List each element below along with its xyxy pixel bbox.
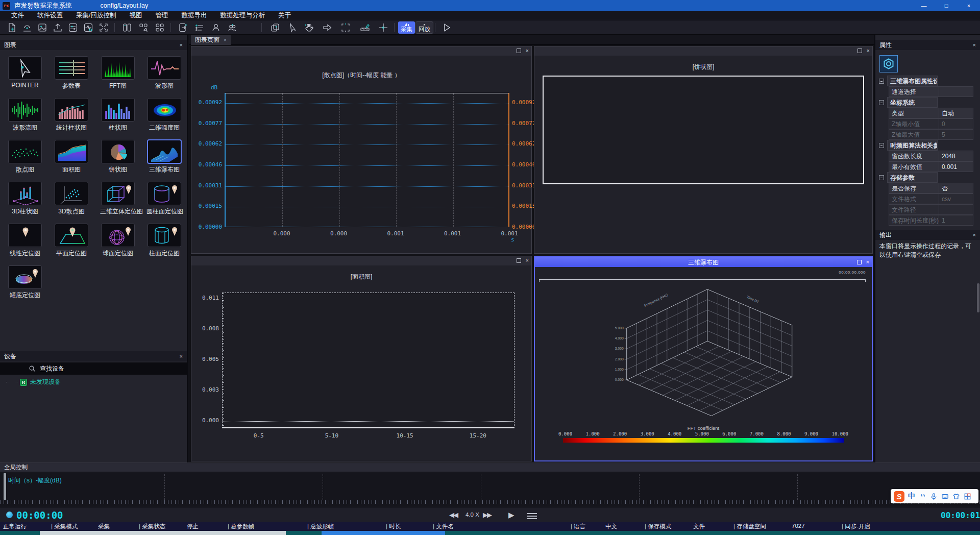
- copy-icon[interactable]: [270, 22, 281, 33]
- list-view-icon[interactable]: [194, 22, 205, 33]
- chart-type-scatter[interactable]: 散点图: [7, 140, 43, 174]
- chart-type-scatter-3d[interactable]: 3D散点图: [54, 182, 89, 216]
- property-row[interactable]: 文件路径: [875, 204, 980, 215]
- property-value[interactable]: 5: [939, 129, 973, 140]
- timeline-track[interactable]: 时间（s）-幅度(dB): [0, 472, 980, 507]
- user-icon[interactable]: [210, 22, 222, 33]
- dock-panel-icon[interactable]: [178, 22, 189, 33]
- chart-type-pie[interactable]: 饼状图: [100, 140, 136, 174]
- hand-icon[interactable]: [303, 22, 314, 33]
- chart-type-intensity-2d[interactable]: 二维强度图: [146, 98, 182, 132]
- property-row[interactable]: 三维瀑布图属性设置: [875, 76, 980, 86]
- property-value[interactable]: 2048: [939, 151, 973, 161]
- restore-icon[interactable]: [517, 48, 521, 53]
- ime-mic-icon[interactable]: [930, 493, 938, 500]
- property-row[interactable]: 保存时间长度(秒) 1: [875, 215, 980, 226]
- collapse-icon[interactable]: [879, 143, 884, 148]
- scrollbar-thumb[interactable]: [977, 283, 979, 312]
- menu-item[interactable]: 软件设置: [37, 11, 63, 20]
- restore-icon[interactable]: [857, 260, 862, 264]
- properties-panel-close-icon[interactable]: ×: [973, 42, 976, 48]
- ime-toolbox-icon[interactable]: [964, 493, 971, 500]
- chart-type-bar-3d[interactable]: 3D柱状图: [7, 182, 43, 216]
- property-row[interactable]: 最小有效值 0.001: [875, 161, 980, 172]
- chart-type-location-tank[interactable]: 罐底定位图: [7, 265, 43, 300]
- ime-punctuation-icon[interactable]: [919, 493, 926, 500]
- pie-plot-area[interactable]: [543, 76, 864, 184]
- chart-type-location-planar[interactable]: 平面定位图: [54, 224, 89, 258]
- waveform-monitor-icon[interactable]: [83, 22, 94, 33]
- scatter-panel-header[interactable]: ×: [191, 46, 531, 56]
- property-row[interactable]: 通道选择: [875, 86, 980, 97]
- chart-type-waveform[interactable]: 波形图: [146, 56, 182, 90]
- chart-type-location-sphere[interactable]: 球面定位图: [100, 224, 136, 258]
- chart-type-stat-histogram[interactable]: 统计柱状图: [54, 98, 89, 132]
- collapse-icon[interactable]: [879, 100, 884, 105]
- ime-keyboard-icon[interactable]: [941, 493, 949, 500]
- settings-sliders-icon[interactable]: [67, 22, 79, 33]
- menu-item[interactable]: 数据导出: [181, 11, 207, 20]
- property-row[interactable]: Z轴最小值 0: [875, 118, 980, 129]
- property-value[interactable]: 1: [939, 215, 973, 226]
- restore-icon[interactable]: [517, 258, 521, 263]
- property-row[interactable]: 文件格式 csv: [875, 193, 980, 204]
- charts-panel-close-icon[interactable]: ×: [180, 42, 183, 48]
- capture-button[interactable]: 采集: [398, 21, 415, 34]
- device-tree-item[interactable]: R 未发现设备: [6, 378, 61, 386]
- maximize-button[interactable]: □: [935, 0, 958, 11]
- layout-grid-icon[interactable]: [154, 22, 165, 33]
- layout-columns-icon[interactable]: [121, 22, 133, 33]
- cursor-icon[interactable]: [287, 22, 298, 33]
- property-row[interactable]: 时频图算法相关参数: [875, 140, 980, 151]
- minimize-button[interactable]: —: [913, 0, 935, 11]
- waterfall-time-axis[interactable]: [539, 279, 866, 280]
- property-value[interactable]: 否: [939, 183, 973, 193]
- rewind-button[interactable]: ◀◀: [449, 511, 457, 519]
- tab-close-icon[interactable]: ×: [224, 37, 227, 43]
- chart-type-bar-chart[interactable]: 柱状图: [100, 98, 136, 132]
- ruler-pen-icon[interactable]: [359, 22, 371, 33]
- menu-item[interactable]: 关于: [278, 11, 291, 20]
- crosshair-icon[interactable]: [378, 22, 389, 33]
- record-signal-icon[interactable]: [21, 22, 33, 33]
- menu-item[interactable]: 采集/回放控制: [76, 11, 116, 20]
- property-row[interactable]: Z轴最大值 5: [875, 129, 980, 140]
- forward-arrow-icon[interactable]: [322, 22, 333, 33]
- close-icon[interactable]: ×: [526, 48, 529, 54]
- chart-type-wave-stream[interactable]: 波形流图: [7, 98, 43, 132]
- expand-icon[interactable]: [98, 22, 109, 33]
- image-icon[interactable]: [37, 22, 48, 33]
- property-value[interactable]: 0: [939, 118, 973, 129]
- chart-type-location-linear[interactable]: 线性定位图: [7, 224, 43, 258]
- restore-icon[interactable]: [857, 48, 862, 53]
- menu-item[interactable]: 视图: [129, 11, 142, 20]
- chart-type-location-cylinder[interactable]: 圆柱面定位图: [146, 182, 182, 216]
- close-icon[interactable]: ×: [866, 259, 869, 265]
- timeline-handle[interactable]: [4, 473, 6, 500]
- property-row[interactable]: 坐标系统: [875, 97, 980, 108]
- menu-item[interactable]: 文件: [11, 11, 24, 20]
- playback-button[interactable]: 回放: [415, 21, 433, 34]
- waterfall-3d-plot[interactable]: 5.0004.0003.0002.0001.0000.000Frequency …: [590, 282, 817, 427]
- collapse-icon[interactable]: [879, 175, 884, 180]
- property-row[interactable]: 存储参数: [875, 172, 980, 183]
- area-plot-area[interactable]: [222, 293, 514, 428]
- property-value[interactable]: csv: [939, 193, 973, 204]
- new-file-icon[interactable]: [6, 22, 17, 33]
- play-button[interactable]: ▶: [508, 510, 514, 520]
- waterfall-panel-header[interactable]: 三维瀑布图 ×: [535, 257, 872, 267]
- chart-type-fft[interactable]: FFT图: [100, 56, 136, 90]
- waterfall-properties-icon[interactable]: [879, 55, 898, 72]
- devices-panel-close-icon[interactable]: ×: [180, 353, 183, 359]
- ime-skin-icon[interactable]: [952, 493, 960, 500]
- sogou-logo-icon[interactable]: S: [894, 491, 904, 502]
- play-icon[interactable]: [441, 22, 452, 33]
- ime-mode-label[interactable]: 中: [908, 492, 915, 501]
- output-panel-close-icon[interactable]: ×: [973, 232, 976, 238]
- close-button[interactable]: ×: [958, 0, 980, 11]
- close-icon[interactable]: ×: [867, 48, 870, 54]
- chart-type-area[interactable]: 面积图: [54, 140, 89, 174]
- menu-item[interactable]: 管理: [155, 11, 168, 20]
- scatter-plot-area[interactable]: [225, 93, 509, 227]
- property-row[interactable]: 类型 自动: [875, 108, 980, 118]
